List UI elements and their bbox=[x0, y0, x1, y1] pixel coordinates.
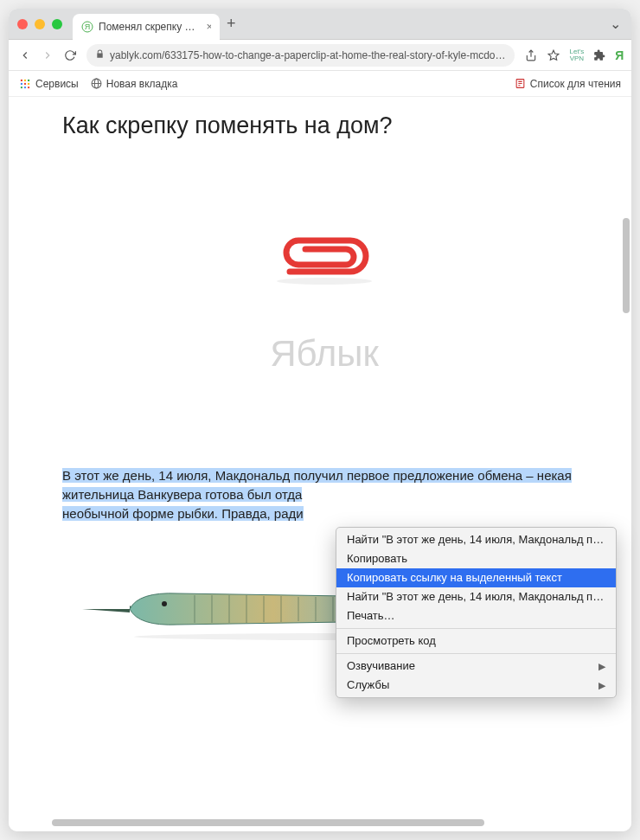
context-menu-item-label: Копировать bbox=[347, 551, 407, 567]
content-area: Как скрепку поменять на дом? Яблык В это… bbox=[9, 97, 631, 831]
context-menu-separator bbox=[336, 628, 616, 629]
context-menu-item-label: Печать… bbox=[347, 608, 395, 624]
paperclip-icon bbox=[264, 233, 385, 293]
reading-list-label: Список для чтения bbox=[530, 78, 621, 90]
svg-point-8 bbox=[24, 79, 26, 80]
extension-letsvpn-icon[interactable]: Let'sVPN bbox=[570, 48, 585, 62]
svg-point-44 bbox=[162, 601, 167, 606]
context-menu-item-label: Просмотреть код bbox=[347, 633, 436, 649]
toolbar: yablyk.com/633175-how-to-change-a-paperc… bbox=[9, 40, 631, 71]
bookmark-newtab-label: Новая вкладка bbox=[106, 78, 178, 90]
context-menu-separator bbox=[336, 653, 616, 654]
svg-point-14 bbox=[24, 86, 26, 87]
close-tab-icon[interactable]: × bbox=[207, 20, 212, 33]
submenu-arrow-icon: ▶ bbox=[598, 677, 605, 693]
url-text: yablyk.com/633175-how-to-change-a-paperc… bbox=[110, 49, 506, 61]
traffic-lights bbox=[17, 19, 62, 29]
svg-point-12 bbox=[28, 82, 29, 84]
article-paragraph: В этот же день, 14 июля, Макдональд полу… bbox=[62, 466, 586, 523]
new-tab-button[interactable]: + bbox=[227, 15, 236, 33]
bookmarks-bar: Сервисы Новая вкладка Список для чтения bbox=[9, 71, 631, 97]
viewport[interactable]: Как скрепку поменять на дом? Яблык В это… bbox=[9, 97, 621, 831]
horizontal-scrollbar[interactable] bbox=[9, 819, 619, 826]
context-menu-item-label: Службы bbox=[347, 677, 389, 693]
apps-button[interactable]: Сервисы bbox=[19, 78, 79, 90]
extension-yandex-icon[interactable]: Я bbox=[615, 48, 624, 62]
selected-text[interactable]: В этот же день, 14 июля, Макдональд полу… bbox=[62, 468, 572, 502]
svg-point-7 bbox=[21, 79, 22, 80]
tabs-dropdown-icon[interactable]: ⌄ bbox=[607, 16, 623, 32]
context-menu-item[interactable]: Копировать ссылку на выделенный текст bbox=[336, 568, 616, 587]
apps-icon bbox=[19, 78, 31, 90]
reload-button[interactable] bbox=[64, 48, 76, 62]
page-heading: Как скрепку поменять на дом? bbox=[62, 112, 586, 139]
browser-window: Я Поменял скрепку на дом: ре × + ⌄ yably… bbox=[9, 9, 631, 831]
minimize-window-button[interactable] bbox=[35, 19, 45, 29]
apps-label: Сервисы bbox=[35, 78, 79, 90]
selected-text-line3[interactable]: необычной форме рыбки. Правда, ради bbox=[62, 506, 304, 521]
context-menu-item-label: Найти "В этот же день, 14 июля, Макдонал… bbox=[347, 589, 605, 605]
context-menu-item[interactable]: Печать… bbox=[336, 606, 616, 625]
context-menu-item-label: Копировать ссылку на выделенный текст bbox=[347, 570, 562, 586]
svg-point-13 bbox=[21, 86, 22, 87]
svg-point-23 bbox=[277, 278, 372, 285]
context-menu-item[interactable]: Копировать bbox=[336, 549, 616, 568]
star-button[interactable] bbox=[547, 48, 560, 62]
submenu-arrow-icon: ▶ bbox=[598, 658, 605, 674]
context-menu-item[interactable]: Службы▶ bbox=[336, 676, 616, 695]
svg-text:Я: Я bbox=[85, 22, 91, 31]
extensions-area: Let'sVPN Я bbox=[570, 48, 631, 62]
context-menu-item-label: Озвучивание bbox=[347, 658, 415, 674]
paperclip-image: Яблык bbox=[62, 139, 586, 425]
vertical-scroll-thumb[interactable] bbox=[623, 218, 630, 313]
context-menu-item[interactable]: Озвучивание▶ bbox=[336, 657, 616, 676]
lock-icon bbox=[95, 49, 105, 61]
globe-icon bbox=[91, 78, 102, 89]
horizontal-scroll-thumb[interactable] bbox=[52, 819, 484, 826]
svg-marker-3 bbox=[548, 50, 559, 60]
svg-point-10 bbox=[21, 82, 22, 84]
tab-title: Поменял скрепку на дом: ре bbox=[99, 21, 198, 33]
svg-point-9 bbox=[28, 79, 29, 80]
forward-button[interactable] bbox=[42, 48, 54, 62]
back-button[interactable] bbox=[19, 48, 31, 62]
context-menu-item[interactable]: Просмотреть код bbox=[336, 632, 616, 651]
reading-list-icon bbox=[515, 78, 526, 89]
close-window-button[interactable] bbox=[17, 19, 28, 29]
context-menu-item-label: Найти "В этот же день, 14 июля, Макдонал… bbox=[347, 532, 605, 548]
context-menu[interactable]: Найти "В этот же день, 14 июля, Макдонал… bbox=[336, 527, 617, 698]
maximize-window-button[interactable] bbox=[52, 19, 62, 29]
address-bar[interactable]: yablyk.com/633175-how-to-change-a-paperc… bbox=[86, 44, 515, 67]
browser-tab[interactable]: Я Поменял скрепку на дом: ре × bbox=[73, 14, 220, 40]
context-menu-item[interactable]: Найти "В этот же день, 14 июля, Макдонал… bbox=[336, 530, 616, 549]
svg-marker-24 bbox=[82, 606, 134, 612]
bookmark-newtab[interactable]: Новая вкладка bbox=[91, 78, 178, 90]
titlebar: Я Поменял скрепку на дом: ре × + ⌄ bbox=[9, 9, 631, 40]
vertical-scrollbar[interactable] bbox=[623, 97, 630, 814]
favicon-icon: Я bbox=[81, 21, 93, 33]
svg-point-11 bbox=[24, 82, 26, 84]
reading-list-button[interactable]: Список для чтения bbox=[515, 78, 621, 90]
svg-point-15 bbox=[28, 86, 29, 87]
extensions-button[interactable] bbox=[592, 48, 606, 62]
share-button[interactable] bbox=[525, 48, 537, 62]
watermark-text: Яблык bbox=[270, 333, 379, 375]
context-menu-item[interactable]: Найти "В этот же день, 14 июля, Макдонал… bbox=[336, 587, 616, 606]
